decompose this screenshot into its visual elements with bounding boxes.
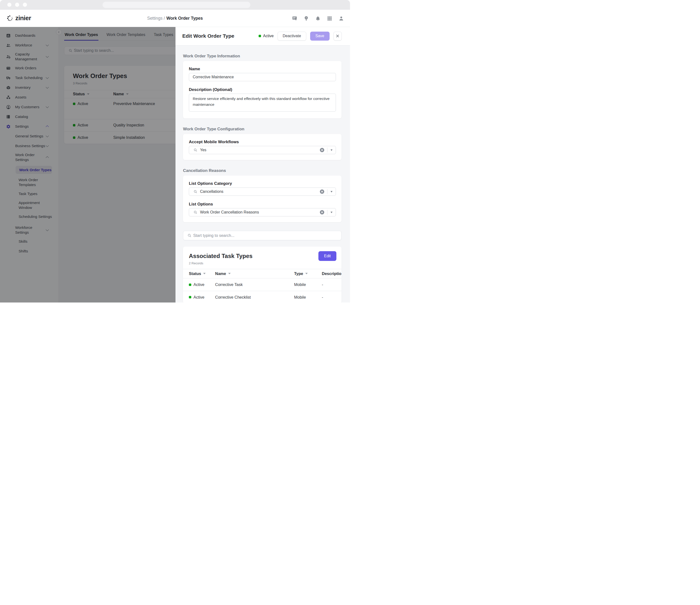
column-header-name[interactable]: Name [215, 271, 294, 276]
clear-selection-icon[interactable] [320, 210, 324, 215]
deactivate-button[interactable]: Deactivate [278, 32, 306, 41]
status-cell: Active [189, 295, 215, 299]
info-card: Name Description (Optional) Restore serv… [183, 61, 342, 118]
list-options-category-select[interactable]: Cancellations [189, 188, 336, 196]
panel-body: Work Order Type Information Name Descrip… [175, 46, 350, 303]
status-badge: Active [258, 34, 274, 38]
bell-icon[interactable] [315, 16, 321, 21]
description-field[interactable]: Restore service efficiently and effectiv… [189, 94, 336, 112]
description-cell: - [322, 295, 342, 299]
window-titlebar [0, 0, 350, 10]
column-header-type[interactable]: Type [294, 271, 322, 276]
zinier-logo-text: zinier [15, 14, 31, 22]
sort-caret-icon [203, 273, 206, 274]
breadcrumb-settings[interactable]: Settings / [147, 16, 165, 21]
header-icon-group [292, 10, 344, 27]
list-options-select[interactable]: Work Order Cancellation Reasons [189, 208, 336, 216]
description-cell: - [322, 282, 342, 287]
apps-grid-icon[interactable] [327, 16, 332, 21]
type-cell: Mobile [294, 282, 322, 287]
search-icon [188, 234, 192, 238]
dropdown-caret-icon[interactable] [330, 212, 332, 213]
sort-caret-icon [305, 273, 308, 274]
dropdown-caret-icon[interactable] [330, 191, 332, 192]
edit-button[interactable]: Edit [318, 251, 336, 261]
associated-task-types-card: Associated Task Types 2 Records Edit Sta… [183, 247, 342, 303]
zinier-logo[interactable]: zinier [7, 14, 31, 22]
profile-icon[interactable] [339, 16, 344, 21]
close-button[interactable] [333, 32, 342, 41]
list-options-category-label: List Options Category [189, 182, 336, 186]
save-button[interactable]: Save [310, 32, 330, 41]
search-icon [194, 210, 197, 214]
address-bar[interactable] [103, 2, 250, 8]
app-window: zinier Settings / Work Order Types Dashb… [0, 0, 350, 302]
zinier-logo-icon [7, 15, 13, 21]
lightbulb-icon[interactable] [304, 16, 309, 21]
name-label: Name [189, 67, 336, 71]
status-cell: Active [189, 282, 215, 287]
window-zoom-button[interactable] [23, 3, 27, 7]
type-cell: Mobile [294, 295, 322, 299]
associated-card-header: Associated Task Types 2 Records Edit [183, 247, 342, 269]
edit-work-order-type-panel: Edit Work Order Type Active Deactivate S… [175, 27, 350, 302]
clear-selection-icon[interactable] [320, 189, 324, 194]
search-icon [194, 190, 197, 194]
app-header: zinier Settings / Work Order Types [0, 10, 350, 27]
config-card: Accept Mobile Workflows Yes [183, 134, 342, 160]
cancellation-card: List Options Category Cancellations List… [183, 175, 342, 222]
name-cell: Corrective Checklist [215, 295, 294, 299]
divider [327, 148, 327, 152]
accept-mobile-workflows-label: Accept Mobile Workflows [189, 140, 336, 144]
panel-search-input[interactable] [193, 233, 341, 238]
associated-records-count: 2 Records [189, 261, 336, 265]
description-label: Description (Optional) [189, 88, 336, 92]
dropdown-caret-icon[interactable] [330, 149, 332, 151]
sort-caret-icon [228, 273, 231, 274]
breadcrumb-current: Work Order Types [166, 16, 203, 21]
list-options-label: List Options [189, 202, 336, 206]
close-icon [336, 34, 339, 38]
associated-table-row[interactable]: Active Corrective Checklist Mobile - [183, 291, 342, 302]
panel-title: Edit Work Order Type [182, 33, 234, 39]
associated-table-header-row: Status Name Type Description [183, 269, 342, 279]
section-heading-config: Work Order Type Configuration [183, 127, 342, 131]
column-header-description[interactable]: Description [322, 271, 342, 276]
window-minimize-button[interactable] [15, 3, 19, 7]
panel-search-bar [183, 231, 342, 240]
section-heading-info: Work Order Type Information [183, 54, 342, 58]
panel-header: Edit Work Order Type Active Deactivate S… [175, 27, 350, 46]
divider [327, 210, 327, 215]
main-area: Dashboards Workforce Capacity Management… [0, 27, 350, 302]
section-heading-cancellation: Cancellation Reasons [183, 168, 342, 173]
window-close-button[interactable] [7, 3, 11, 7]
associated-table-row[interactable]: Active Corrective Task Mobile - [183, 279, 342, 291]
associated-card-title: Associated Task Types [189, 253, 336, 259]
status-dot-icon [258, 35, 261, 37]
divider [327, 189, 327, 194]
accept-mobile-workflows-select[interactable]: Yes [189, 146, 336, 154]
name-cell: Corrective Task [215, 282, 294, 287]
chat-icon[interactable] [292, 16, 297, 21]
status-dot-icon [189, 284, 191, 286]
name-field[interactable] [189, 73, 336, 81]
status-dot-icon [189, 296, 191, 298]
column-header-status[interactable]: Status [189, 271, 215, 276]
breadcrumb: Settings / Work Order Types [147, 10, 203, 27]
clear-selection-icon[interactable] [320, 148, 324, 152]
search-icon [194, 148, 197, 152]
